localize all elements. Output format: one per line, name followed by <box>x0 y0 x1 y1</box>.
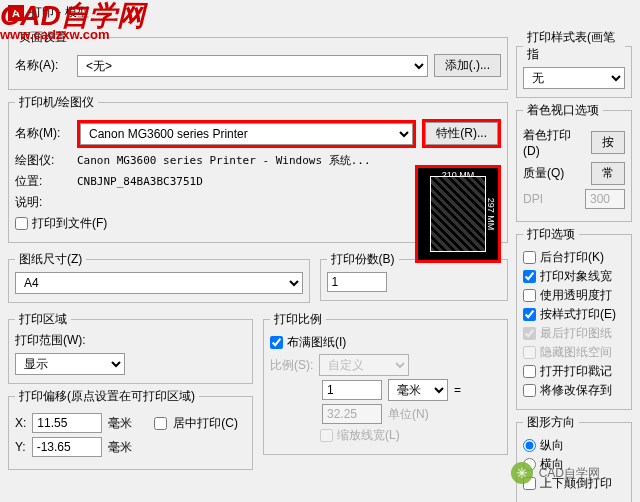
print-area-group: 打印区域 打印范围(W): 显示 <box>8 311 253 384</box>
bottom-watermark-text: CAD自学网 <box>539 465 600 482</box>
fit-checkbox[interactable] <box>270 336 283 349</box>
opt-style-label: 按样式打印(E) <box>540 306 616 323</box>
center-label: 居中打印(C) <box>173 415 238 432</box>
opt-trans-checkbox[interactable] <box>523 289 536 302</box>
opt-stamp-checkbox[interactable] <box>523 365 536 378</box>
opt-save-checkbox[interactable] <box>523 384 536 397</box>
quality-label: 质量(Q) <box>523 165 585 182</box>
dpi-input <box>585 189 625 209</box>
opt-hide-checkbox <box>523 346 536 359</box>
style-legend: 打印样式表(画笔指 <box>523 29 625 63</box>
offset-group: 打印偏移(原点设置在可打印区域) X: 毫米 居中打印(C) Y: 毫米 <box>8 388 253 470</box>
opt-obj-checkbox[interactable] <box>523 270 536 283</box>
ratio-select: 自定义 <box>319 354 409 376</box>
scale-top-input[interactable] <box>322 380 382 400</box>
shade-print-button[interactable]: 按 <box>591 131 625 154</box>
scale-lw-checkbox <box>320 429 333 442</box>
opt-last-checkbox <box>523 327 536 340</box>
wechat-icon: ✳ <box>511 462 533 484</box>
bottom-watermark: ✳ CAD自学网 <box>511 462 600 484</box>
paper-size-legend: 图纸尺寸(Z) <box>15 251 86 268</box>
shade-print-label: 着色打印(D) <box>523 127 585 158</box>
opt-last-label: 最后打印图纸 <box>540 325 612 342</box>
scale-legend: 打印比例 <box>270 311 326 328</box>
center-checkbox[interactable] <box>154 417 167 430</box>
print-range-label: 打印范围(W): <box>15 332 246 349</box>
offset-y-label: Y: <box>15 440 26 454</box>
add-button[interactable]: 添加(.)... <box>434 54 501 77</box>
portrait-radio[interactable] <box>523 439 536 452</box>
offset-y-input[interactable] <box>32 437 102 457</box>
shaded-legend: 着色视口选项 <box>523 102 603 119</box>
scale-bot-unit: 单位(N) <box>388 406 429 423</box>
scale-unit-select[interactable]: 毫米 <box>388 379 448 401</box>
printer-legend: 打印机/绘图仪 <box>15 94 98 111</box>
paper-size-select[interactable]: A4 <box>15 272 303 294</box>
desc-label: 说明: <box>15 194 71 211</box>
properties-button[interactable]: 特性(R)... <box>425 122 498 145</box>
quality-button[interactable]: 常 <box>591 162 625 185</box>
dialog-title: 打印 - 模型 <box>30 4 89 21</box>
plotter-label: 绘图仪: <box>15 152 71 169</box>
print-to-file-checkbox[interactable] <box>15 217 28 230</box>
style-group: 打印样式表(画笔指 无 <box>516 29 632 98</box>
orient-group: 图形方向 纵向 横向 上下颠倒打印 <box>516 414 632 502</box>
options-group: 打印选项 后台打印(K) 打印对象线宽 使用透明度打 按样式打印(E) 最后打印… <box>516 226 632 410</box>
offset-x-label: X: <box>15 416 26 430</box>
location-value: CNBJNP_84BA3BC3751D <box>77 175 203 188</box>
printer-group: 打印机/绘图仪 名称(M): Canon MG3600 series Print… <box>8 94 508 243</box>
dpi-label: DPI <box>523 192 579 206</box>
copies-legend: 打印份数(B) <box>327 251 399 268</box>
print-range-select[interactable]: 显示 <box>15 353 125 375</box>
opt-stamp-label: 打开打印戳记 <box>540 363 612 380</box>
opt-hide-label: 隐藏图纸空间 <box>540 344 612 361</box>
ratio-label: 比例(S): <box>270 357 313 374</box>
opt-trans-label: 使用透明度打 <box>540 287 612 304</box>
page-name-label: 名称(A): <box>15 57 71 74</box>
print-to-file-label: 打印到文件(F) <box>32 215 107 232</box>
page-setup-legend: 页面设置 <box>15 29 71 46</box>
scale-group: 打印比例 布满图纸(I) 比例(S): 自定义 <box>263 311 508 455</box>
shaded-group: 着色视口选项 着色打印(D)按 质量(Q)常 DPI <box>516 102 632 222</box>
preview-height: 297 MM <box>486 198 496 231</box>
location-label: 位置: <box>15 173 71 190</box>
scale-lw-label: 缩放线宽(L) <box>337 427 400 444</box>
print-area-legend: 打印区域 <box>15 311 71 328</box>
scale-bot-input <box>322 404 382 424</box>
page-name-select[interactable]: <无> <box>77 55 428 77</box>
equals-label: = <box>454 383 461 397</box>
paper-size-group: 图纸尺寸(Z) A4 <box>8 251 310 303</box>
fit-label: 布满图纸(I) <box>287 334 346 351</box>
paper-preview: 210 MM 297 MM <box>415 165 501 263</box>
opt-style-checkbox[interactable] <box>523 308 536 321</box>
portrait-label: 纵向 <box>540 437 564 454</box>
offset-x-input[interactable] <box>32 413 102 433</box>
printer-name-select[interactable]: Canon MG3600 series Printer <box>80 123 413 145</box>
opt-obj-label: 打印对象线宽 <box>540 268 612 285</box>
options-legend: 打印选项 <box>523 226 579 243</box>
app-icon: A <box>8 5 24 21</box>
copies-input[interactable] <box>327 272 387 292</box>
offset-legend: 打印偏移(原点设置在可打印区域) <box>15 388 199 405</box>
printer-name-label: 名称(M): <box>15 125 71 142</box>
opt-bg-checkbox[interactable] <box>523 251 536 264</box>
style-select[interactable]: 无 <box>523 67 625 89</box>
plotter-value: Canon MG3600 series Printer - Windows 系统… <box>77 153 371 168</box>
offset-x-unit: 毫米 <box>108 415 132 432</box>
page-setup-group: 页面设置 名称(A): <无> 添加(.)... <box>8 29 508 90</box>
opt-bg-label: 后台打印(K) <box>540 249 604 266</box>
offset-y-unit: 毫米 <box>108 439 132 456</box>
opt-save-label: 将修改保存到 <box>540 382 612 399</box>
orient-legend: 图形方向 <box>523 414 579 431</box>
